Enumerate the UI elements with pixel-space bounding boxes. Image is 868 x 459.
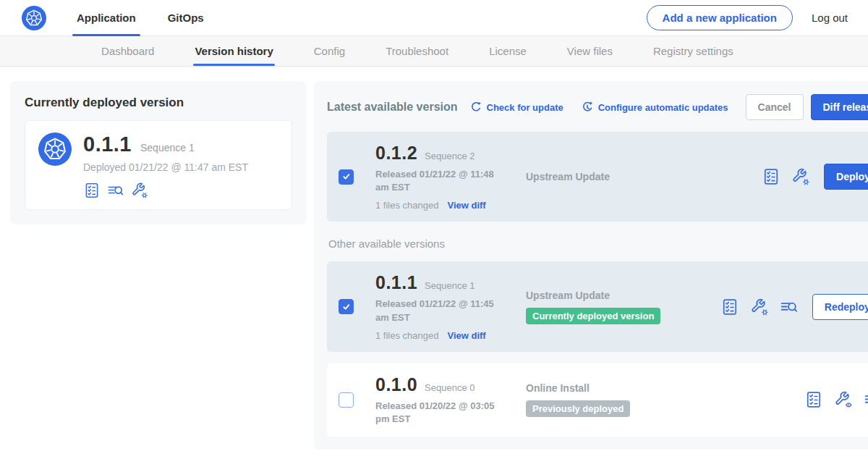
edit-config-icon[interactable]: [750, 298, 769, 316]
version-row: 0.1.2 Sequence 2 Released 01/21/22 @ 11:…: [327, 132, 868, 222]
view-diff-link[interactable]: View diff: [447, 330, 485, 341]
check-for-update-label: Check for update: [487, 102, 563, 113]
view-diff-link[interactable]: View diff: [447, 200, 485, 211]
version-released-timestamp: Released 01/21/22 @ 11:45 am EST: [375, 298, 509, 324]
check-for-update-link[interactable]: Check for update: [469, 101, 563, 114]
version-files-line: 1 files changed View diff: [375, 330, 516, 341]
subtab-license[interactable]: License: [489, 36, 527, 66]
version-row: 0.1.1 Sequence 1 Released 01/21/22 @ 11:…: [327, 261, 868, 351]
files-changed-label: 1 files changed: [375, 330, 438, 341]
tab-gitops[interactable]: GitOps: [163, 0, 208, 36]
version-released-timestamp: Released 01/20/22 @ 03:05 pm EST: [375, 400, 509, 426]
currently-deployed-panel: Currently deployed version 0.1.1 Sequenc…: [10, 81, 307, 224]
version-select-checkbox[interactable]: [339, 299, 354, 314]
files-changed-label: 1 files changed: [375, 200, 438, 211]
view-logs-icon[interactable]: [780, 298, 799, 316]
main-content: Currently deployed version 0.1.1 Sequenc…: [0, 67, 868, 459]
version-source-label: Online Install: [526, 382, 804, 394]
version-files-line: 1 files changed View diff: [375, 200, 516, 211]
diff-releases-button[interactable]: Diff releases: [811, 94, 868, 120]
preflight-checks-icon[interactable]: [720, 298, 739, 316]
version-select-checkbox[interactable]: [339, 392, 354, 408]
version-info: 0.1.2 Sequence 2 Released 01/21/22 @ 11:…: [365, 143, 516, 211]
preflight-checks-icon[interactable]: [804, 390, 823, 409]
deployed-version-sequence: Sequence 1: [140, 142, 195, 153]
latest-available-header: Latest available version Check for updat…: [327, 94, 868, 120]
deployed-version-actions: [83, 182, 248, 199]
top-tabs: Application GitOps: [72, 0, 231, 36]
subtab-dashboard[interactable]: Dashboard: [101, 36, 154, 66]
version-row: 0.1.0 Sequence 0 Released 01/20/22 @ 03:…: [327, 363, 868, 437]
redeploy-button[interactable]: Redeploy: [812, 294, 868, 320]
status-badge: Previously deployed: [526, 400, 630, 417]
deployed-timestamp: Deployed 01/21/22 @ 11:47 am EST: [83, 161, 248, 173]
app-kubernetes-logo-icon: [38, 132, 72, 166]
edit-config-icon[interactable]: [131, 182, 148, 199]
version-actions: Redeploy: [720, 294, 868, 320]
subtab-view-files[interactable]: View files: [567, 36, 613, 66]
deployed-version-card: 0.1.1 Sequence 1 Deployed 01/21/22 @ 11:…: [25, 120, 292, 210]
subtab-config[interactable]: Config: [314, 36, 345, 66]
configure-automatic-updates-label: Configure automatic updates: [598, 102, 728, 113]
refresh-icon: [469, 101, 482, 114]
configure-automatic-updates-link[interactable]: Configure automatic updates: [581, 101, 728, 114]
view-logs-icon[interactable]: [107, 182, 124, 199]
edit-config-icon[interactable]: [791, 167, 810, 186]
other-available-versions-title: Other available versions: [328, 237, 868, 250]
logout-link[interactable]: Log out: [812, 12, 848, 24]
view-logs-icon[interactable]: [864, 390, 868, 409]
version-number: 0.1.2: [375, 143, 417, 164]
other-version-rows: 0.1.1 Sequence 1 Released 01/21/22 @ 11:…: [327, 261, 868, 437]
version-info: 0.1.0 Sequence 0 Released 01/20/22 @ 03:…: [365, 374, 516, 426]
schedule-update-icon: [581, 101, 594, 114]
version-actions: Deploy: [762, 164, 868, 190]
version-released-timestamp: Released 01/21/22 @ 11:48 am EST: [375, 168, 509, 194]
version-source: Upstream Update: [516, 171, 762, 182]
version-number: 0.1.0: [375, 374, 417, 395]
status-badge: Currently deployed version: [526, 308, 660, 324]
deploy-button[interactable]: Deploy: [824, 164, 868, 190]
top-nav: Application GitOps Add a new application…: [0, 0, 868, 36]
latest-version-rows: 0.1.2 Sequence 2 Released 01/21/22 @ 11:…: [327, 132, 868, 222]
version-actions: [804, 390, 868, 409]
subtab-troubleshoot[interactable]: Troubleshoot: [386, 36, 448, 66]
view-config-icon[interactable]: [834, 390, 853, 409]
cancel-button[interactable]: Cancel: [746, 94, 804, 120]
version-sequence: Sequence 2: [425, 151, 475, 161]
preflight-checks-icon[interactable]: [83, 182, 101, 199]
subtab-version-history[interactable]: Version history: [195, 36, 273, 66]
add-application-button[interactable]: Add a new application: [647, 5, 793, 30]
version-source: Upstream Update Currently deployed versi…: [516, 290, 720, 324]
deployed-version-number: 0.1.1: [83, 132, 132, 156]
version-number: 0.1.1: [375, 272, 417, 293]
tab-application[interactable]: Application: [72, 0, 140, 36]
version-sequence: Sequence 0: [425, 382, 475, 393]
version-sequence: Sequence 1: [425, 280, 475, 291]
version-source-label: Upstream Update: [526, 290, 720, 301]
version-info: 0.1.1 Sequence 1 Released 01/21/22 @ 11:…: [365, 272, 516, 340]
version-history-panel: Latest available version Check for updat…: [314, 81, 868, 450]
latest-available-title: Latest available version: [327, 101, 458, 114]
app-sub-nav: DashboardVersion historyConfigTroublesho…: [0, 36, 868, 67]
preflight-checks-icon[interactable]: [762, 167, 780, 186]
kubernetes-logo-icon: [22, 6, 46, 30]
currently-deployed-title: Currently deployed version: [25, 96, 292, 110]
version-source-label: Upstream Update: [526, 171, 762, 182]
subtab-registry-settings[interactable]: Registry settings: [653, 36, 733, 66]
version-source: Online Install Previously deployed: [516, 382, 804, 417]
version-select-checkbox[interactable]: [339, 169, 354, 185]
